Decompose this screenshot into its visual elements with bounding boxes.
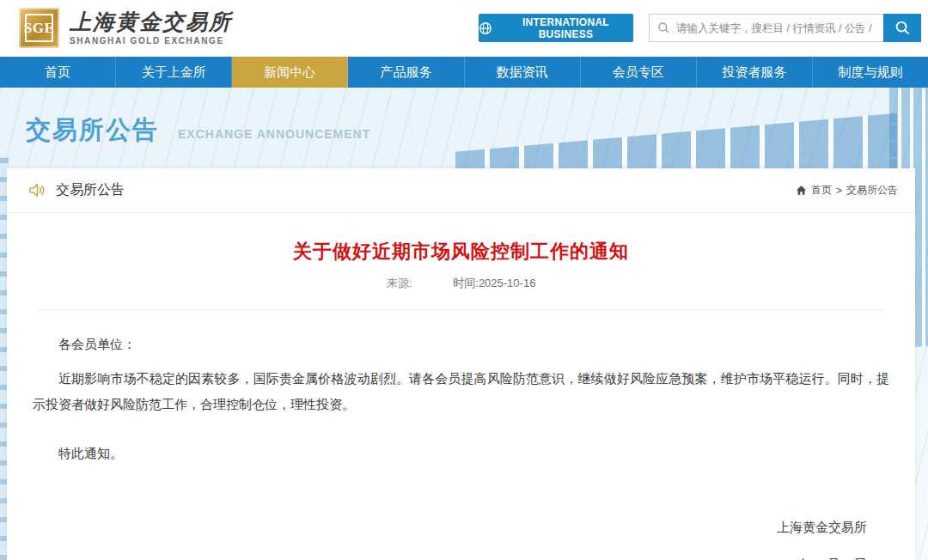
- search-bar: [649, 14, 921, 42]
- search-input-box: [649, 14, 883, 42]
- nav-tab-about[interactable]: 关于上金所: [116, 57, 232, 88]
- brand-name-cn: 上海黄金交易所: [70, 10, 232, 34]
- main-nav: 首页 关于上金所 新闻中心 产品服务 数据资讯 会员专区 投资者服务 制度与规则: [0, 57, 928, 88]
- search-button-icon: [894, 20, 911, 36]
- article-closing: 特此通知。: [33, 441, 889, 466]
- logo-text: SGE: [24, 20, 55, 37]
- section-title: 交易所公告: [56, 181, 125, 199]
- search-icon: [657, 21, 670, 34]
- international-business-button[interactable]: INTERNATIONAL BUSINESS: [479, 14, 633, 42]
- article-time-label: 时间:: [453, 277, 479, 289]
- content-card: 交易所公告 首页 > 交易所公告 关于做好近期市场风险控制工作的通知 来源:时间…: [7, 168, 915, 560]
- article-meta: 来源:时间:2025-10-16: [33, 276, 889, 291]
- article-date: 2025年10月16日: [33, 557, 889, 560]
- article-salutation: 各会员单位：: [33, 332, 889, 357]
- article-title: 关于做好近期市场风险控制工作的通知: [33, 239, 889, 265]
- home-icon: [796, 185, 807, 196]
- brand-name-en: SHANGHAI GOLD EXCHANGE: [70, 36, 232, 46]
- sge-logo-icon: SGE: [19, 8, 59, 48]
- article-time-value: 2025-10-16: [479, 277, 536, 289]
- nav-tab-members[interactable]: 会员专区: [581, 57, 697, 88]
- brand-logo[interactable]: SGE 上海黄金交易所 SHANGHAI GOLD EXCHANGE: [19, 8, 232, 48]
- nav-tab-products[interactable]: 产品服务: [348, 57, 464, 88]
- nav-tab-rules[interactable]: 制度与规则: [813, 57, 928, 88]
- banner-title-en: EXCHANGE ANNOUNCEMENT: [178, 127, 370, 141]
- top-header: SGE 上海黄金交易所 SHANGHAI GOLD EXCHANGE INTER…: [0, 0, 928, 57]
- nav-tab-home[interactable]: 首页: [0, 57, 116, 88]
- breadcrumb-current: 交易所公告: [846, 183, 898, 198]
- breadcrumb-home[interactable]: 首页: [811, 183, 832, 198]
- article-body-paragraph: 近期影响市场不稳定的因素较多，国际贵金属价格波动剧烈。请各会员提高风险防范意识，…: [33, 366, 889, 417]
- announcement-speaker-icon: [27, 181, 46, 199]
- article-signature: 上海黄金交易所: [33, 520, 889, 536]
- section-header: 交易所公告 首页 > 交易所公告: [7, 168, 915, 213]
- breadcrumb-separator: >: [836, 185, 842, 197]
- nav-tab-investor-services[interactable]: 投资者服务: [697, 57, 813, 88]
- globe-icon: [479, 21, 492, 35]
- search-button[interactable]: [883, 14, 921, 42]
- announcement-article: 关于做好近期市场风险控制工作的通知 来源:时间:2025-10-16 各会员单位…: [7, 239, 915, 560]
- nav-tab-data[interactable]: 数据资讯: [465, 57, 581, 88]
- article-source-label: 来源:: [387, 277, 412, 289]
- breadcrumb: 首页 > 交易所公告: [796, 183, 898, 198]
- banner-title-cn: 交易所公告: [26, 113, 159, 148]
- search-input[interactable]: [676, 22, 874, 34]
- brand-text: 上海黄金交易所 SHANGHAI GOLD EXCHANGE: [70, 10, 232, 46]
- nav-tab-news-center[interactable]: 新闻中心: [232, 57, 348, 88]
- international-business-label: INTERNATIONAL BUSINESS: [498, 16, 633, 40]
- meta-divider: [38, 309, 884, 310]
- banner-titles: 交易所公告 EXCHANGE ANNOUNCEMENT: [26, 113, 370, 148]
